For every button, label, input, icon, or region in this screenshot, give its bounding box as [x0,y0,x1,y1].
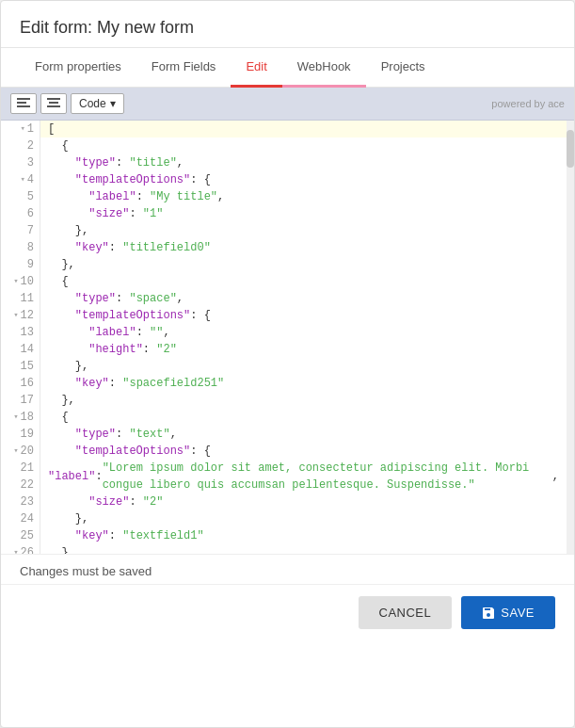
line-num-15: 15 [1,358,40,375]
code-line-15: }, [40,358,567,375]
code-line-25: }, [40,544,567,554]
line-num-2: 2 [1,138,40,154]
line-num-8: 8 [1,239,40,256]
line-num-26: ▾26 [1,544,40,554]
footer-message: Changes must be saved [1,554,574,584]
modal-title: Edit form: My new form [20,18,555,38]
modal-footer: CANCEL SAVE [1,584,574,640]
tab-bar: Form properties Form Fields Edit WebHook… [1,48,574,88]
tab-form-fields[interactable]: Form Fields [136,48,232,88]
svg-rect-0 [17,98,30,100]
line-num-6: 6 [1,205,40,222]
code-line-3: "type": "title", [40,154,567,171]
svg-rect-4 [49,102,58,104]
svg-rect-5 [47,105,60,107]
tab-webhook[interactable]: WebHook [282,48,366,88]
powered-by-label: powered by ace [491,98,565,109]
svg-rect-1 [17,102,26,104]
code-line-1: [ [40,121,567,138]
code-line-2: { [40,138,567,154]
code-line-4: "templateOptions": { [40,171,567,188]
code-content[interactable]: [ { "type": "title", "templateOptions": … [40,121,567,554]
svg-rect-3 [47,98,60,100]
line-num-21: 21 [1,460,40,477]
svg-rect-2 [17,105,30,107]
modal-header: Edit form: My new form [1,1,574,48]
line-num-9: 9 [1,256,40,273]
line-num-20: ▾20 [1,443,40,460]
code-line-8: "key": "titlefield0" [40,239,567,256]
align-left-button[interactable] [10,93,37,114]
line-num-19: 19 [1,426,40,443]
code-line-22: "size": "2" [40,493,567,510]
align-center-icon [47,97,60,110]
line-num-17: 17 [1,392,40,409]
line-num-13: 13 [1,324,40,341]
code-line-7: }, [40,222,567,239]
tab-edit[interactable]: Edit [231,48,281,88]
code-line-16: "key": "spacefield251" [40,375,567,392]
tab-form-properties[interactable]: Form properties [20,48,136,88]
code-line-17: }, [40,392,567,409]
line-num-5: 5 [1,188,40,205]
code-line-23: }, [40,510,567,527]
code-label: Code [79,97,106,110]
line-numbers: ▾1 2 3 ▾4 5 6 7 8 9 ▾10 11 ▾12 13 14 15 … [1,121,40,554]
align-center-button[interactable] [40,93,67,114]
editor-toolbar: Code ▾ powered by ace [1,88,574,121]
line-num-1: ▾1 [1,121,40,138]
save-icon [482,607,495,620]
code-line-19: "type": "text", [40,426,567,443]
code-line-10: { [40,273,567,290]
code-line-18: { [40,409,567,426]
line-num-3: 3 [1,154,40,171]
code-line-13: "label": "", [40,324,567,341]
line-num-4: ▾4 [1,171,40,188]
save-label: SAVE [501,606,535,620]
line-num-25: 25 [1,527,40,544]
line-num-12: ▾12 [1,307,40,324]
modal-container: Edit form: My new form Form properties F… [0,0,575,728]
line-num-24: 24 [1,510,40,527]
code-line-21: "label": "Lorem ipsum dolor sit amet, co… [40,460,567,493]
line-num-18: ▾18 [1,409,40,426]
line-num-23: 23 [1,493,40,510]
code-line-5: "label": "My title", [40,188,567,205]
line-num-7: 7 [1,222,40,239]
code-line-20: "templateOptions": { [40,443,567,460]
dropdown-arrow-icon: ▾ [110,97,116,110]
code-dropdown-button[interactable]: Code ▾ [71,93,124,114]
line-num-16: 16 [1,375,40,392]
changes-message: Changes must be saved [20,564,152,578]
align-left-icon [17,97,30,110]
line-num-10: ▾10 [1,273,40,290]
save-button[interactable]: SAVE [461,596,555,629]
code-line-12: "templateOptions": { [40,307,567,324]
cancel-button[interactable]: CANCEL [359,596,453,629]
line-num-11: 11 [1,290,40,307]
code-line-6: "size": "1" [40,205,567,222]
code-line-11: "type": "space", [40,290,567,307]
code-line-24: "key": "textfield1" [40,527,567,544]
code-line-14: "height": "2" [40,341,567,358]
code-line-9: }, [40,256,567,273]
scrollbar-thumb[interactable] [567,130,574,168]
tab-projects[interactable]: Projects [366,48,440,88]
scrollbar-track[interactable] [567,121,574,554]
line-num-14: 14 [1,341,40,358]
code-editor[interactable]: ▾1 2 3 ▾4 5 6 7 8 9 ▾10 11 ▾12 13 14 15 … [1,121,574,554]
line-num-22: 22 [1,477,40,493]
